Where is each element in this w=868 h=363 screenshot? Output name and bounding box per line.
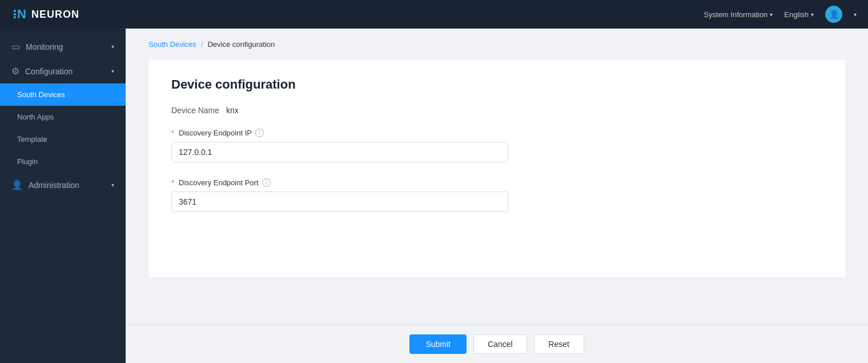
sidebar: ▭ Monitoring ▾ ⚙ Configuration ▾ South D… (0, 29, 126, 363)
device-name-row: Device Name knx (171, 106, 822, 115)
chevron-down-icon: ▾ (111, 182, 114, 188)
cancel-button[interactable]: Cancel (473, 334, 527, 354)
chevron-down-icon: ▾ (854, 11, 857, 18)
content-top: South Devices / Device configuration Dev… (126, 29, 868, 325)
sidebar-item-label: Plugin (17, 157, 38, 166)
discovery-port-label: * Discovery Endpoint Port i (171, 178, 822, 187)
user-icon: 👤 (11, 179, 23, 190)
avatar-menu-button[interactable]: ▾ (854, 11, 857, 18)
breadcrumb-current: Device configuration (207, 40, 275, 49)
logo-text: NEURON (31, 9, 79, 21)
sidebar-item-administration[interactable]: 👤 Administration ▾ (0, 173, 126, 197)
chevron-down-icon: ▾ (811, 11, 814, 18)
discovery-ip-field: * Discovery Endpoint IP i (171, 129, 822, 162)
header-controls: System Information ▾ English ▾ 👤 ▾ (704, 6, 857, 23)
sidebar-item-label: South Devices (17, 90, 65, 99)
app-header: ⫶N NEURON System Information ▾ English ▾… (0, 0, 868, 29)
configuration-card: Device configuration Device Name knx * D… (148, 60, 845, 277)
submit-button[interactable]: Submit (409, 334, 467, 354)
avatar[interactable]: 👤 (825, 6, 842, 23)
sidebar-item-template[interactable]: Template (0, 128, 126, 150)
page-title: Device configuration (171, 77, 822, 92)
configuration-icon: ⚙ (11, 66, 19, 77)
form-footer: Submit Cancel Reset (126, 325, 868, 363)
sidebar-item-monitoring[interactable]: ▭ Monitoring ▾ (0, 34, 126, 59)
sidebar-item-configuration[interactable]: ⚙ Configuration ▾ (0, 59, 126, 83)
discovery-port-input[interactable] (171, 192, 508, 212)
sidebar-item-south-devices[interactable]: South Devices (0, 83, 126, 106)
breadcrumb: South Devices / Device configuration (148, 40, 845, 49)
required-marker: * (171, 178, 174, 187)
system-info-button[interactable]: System Information ▾ (704, 10, 773, 19)
sidebar-item-plugin[interactable]: Plugin (0, 150, 126, 173)
device-name-value: knx (226, 106, 239, 115)
logo-area: ⫶N NEURON (11, 7, 79, 22)
info-icon[interactable]: i (255, 129, 264, 137)
chevron-down-icon: ▾ (111, 43, 114, 50)
chevron-down-icon: ▾ (111, 68, 114, 74)
sidebar-item-label: Monitoring (26, 42, 63, 51)
device-name-label: Device Name (171, 106, 219, 115)
content-area: South Devices / Device configuration Dev… (126, 29, 868, 363)
sidebar-item-label: North Apps (17, 113, 54, 121)
sidebar-item-label: Configuration (25, 67, 73, 76)
sidebar-item-label: Administration (29, 181, 79, 190)
monitor-icon: ▭ (11, 41, 20, 52)
discovery-ip-input[interactable] (171, 142, 508, 162)
breadcrumb-parent-link[interactable]: South Devices (148, 40, 196, 49)
sidebar-item-label: Template (17, 135, 47, 143)
info-icon[interactable]: i (262, 178, 271, 187)
sidebar-item-north-apps[interactable]: North Apps (0, 106, 126, 128)
required-marker: * (171, 129, 174, 137)
logo-icon: ⫶N (11, 7, 26, 22)
main-layout: ▭ Monitoring ▾ ⚙ Configuration ▾ South D… (0, 29, 868, 363)
discovery-ip-label: * Discovery Endpoint IP i (171, 129, 822, 137)
breadcrumb-separator: / (201, 40, 203, 49)
avatar-icon: 👤 (829, 10, 839, 19)
discovery-port-field: * Discovery Endpoint Port i (171, 178, 822, 212)
reset-button[interactable]: Reset (534, 334, 584, 354)
language-selector[interactable]: English ▾ (784, 10, 814, 19)
chevron-down-icon: ▾ (770, 11, 773, 18)
